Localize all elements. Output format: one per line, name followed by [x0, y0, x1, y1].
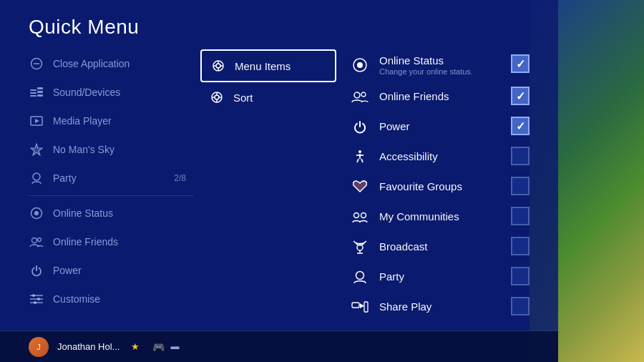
status-icons: 🎮 ▬ — [152, 341, 179, 353]
online-friends-icon — [29, 234, 44, 250]
right-item-online-friends[interactable]: Online Friends — [351, 81, 530, 111]
sidebar-item-customise[interactable]: Customise — [29, 285, 193, 313]
checkbox-broadcast[interactable] — [511, 237, 530, 255]
sidebar-item-media-player[interactable]: Media Player — [29, 107, 193, 135]
right-item-favourite-groups[interactable]: Favourite Groups — [351, 171, 530, 201]
sidebar-item-close-application[interactable]: Close Application — [29, 49, 193, 78]
checkbox-my-communities[interactable] — [511, 207, 530, 225]
right-share-play-icon — [351, 298, 369, 316]
right-item-share-play[interactable]: Share Play — [351, 291, 530, 321]
sidebar-item-label-media-player: Media Player — [53, 115, 193, 127]
controller-icon: 🎮 — [152, 341, 165, 353]
svg-rect-2 — [30, 89, 36, 91]
svg-rect-6 — [37, 91, 43, 93]
svg-point-13 — [34, 211, 39, 215]
svg-point-29 — [215, 95, 219, 99]
no-mans-sky-icon — [29, 142, 44, 157]
right-item-online-status[interactable]: Online StatusChange your online status. — [351, 49, 530, 81]
right-broadcast-icon — [351, 238, 369, 256]
sound-devices-icon — [29, 84, 44, 100]
svg-marker-47 — [360, 303, 364, 308]
right-column: Online StatusChange your online status.O… — [336, 49, 530, 331]
sidebar-item-label-no-mans-sky: No Man's Sky — [53, 144, 193, 155]
left-divider — [29, 195, 193, 196]
close-application-icon — [29, 56, 44, 72]
left-column: Close ApplicationSound/DevicesMedia Play… — [29, 49, 193, 331]
svg-point-20 — [37, 298, 40, 300]
battery-icon: ▬ — [170, 341, 179, 353]
svg-point-37 — [361, 92, 366, 97]
mid-item-sort[interactable]: Sort — [200, 82, 336, 112]
psn-star-icon: ★ — [131, 341, 140, 352]
svg-point-41 — [361, 213, 366, 218]
sidebar-item-badge-party: 2/8 — [174, 173, 193, 183]
right-online-friends-icon — [351, 87, 369, 106]
right-item-broadcast[interactable]: Broadcast — [351, 231, 530, 261]
svg-rect-4 — [30, 95, 36, 97]
sidebar-item-label-customise: Customise — [53, 293, 193, 305]
sidebar-item-power[interactable]: Power — [29, 256, 193, 285]
avatar-image: J — [29, 337, 49, 357]
svg-rect-46 — [352, 303, 359, 308]
svg-point-23 — [216, 64, 220, 68]
right-item-label-share-play: Share Play — [379, 300, 501, 313]
svg-point-36 — [354, 92, 360, 98]
checkbox-share-play[interactable] — [511, 297, 530, 315]
right-item-label-power: Power — [379, 120, 501, 132]
customise-icon — [29, 291, 44, 307]
quick-menu-container: Quick Menu Close ApplicationSound/Device… — [0, 0, 558, 362]
sidebar-item-online-friends[interactable]: Online Friends — [29, 228, 193, 256]
right-item-label-favourite-groups: Favourite Groups — [379, 180, 501, 192]
sidebar-item-sound-devices[interactable]: Sound/Devices — [29, 78, 193, 107]
right-item-accessibility[interactable]: Accessibility — [351, 141, 530, 171]
svg-rect-48 — [364, 302, 368, 312]
svg-point-11 — [33, 173, 40, 180]
content-area: Close ApplicationSound/DevicesMedia Play… — [0, 49, 558, 331]
right-item-power[interactable]: Power — [351, 111, 530, 141]
right-item-label-accessibility: Accessibility — [379, 150, 501, 162]
media-player-icon — [29, 113, 44, 129]
svg-marker-10 — [31, 144, 42, 155]
right-item-label-online-friends: Online Friends — [379, 90, 501, 102]
right-power-icon — [351, 117, 369, 136]
right-my-communities-icon — [351, 207, 369, 226]
mid-item-menu-items[interactable]: Menu Items — [200, 49, 336, 82]
sidebar-item-label-sound-devices: Sound/Devices — [53, 87, 193, 98]
sidebar-item-party[interactable]: Party2/8 — [29, 164, 193, 192]
right-favourite-groups-icon — [351, 177, 369, 196]
power-icon — [29, 263, 44, 278]
right-item-my-communities[interactable]: My Communities — [351, 201, 530, 231]
page-title: Quick Menu — [0, 0, 558, 49]
svg-point-35 — [357, 62, 363, 68]
svg-point-38 — [358, 150, 361, 153]
svg-point-45 — [356, 272, 364, 280]
checkbox-online-status[interactable] — [511, 54, 530, 73]
mid-item-label-menu-items: Menu Items — [235, 60, 291, 72]
right-item-label-online-status: Online Status — [379, 54, 501, 67]
svg-point-19 — [32, 294, 35, 297]
menu-items-mid-icon — [210, 58, 226, 74]
sidebar-item-label-close-application: Close Application — [53, 58, 193, 69]
sidebar-item-label-online-friends: Online Friends — [53, 236, 193, 248]
right-party-icon — [351, 268, 369, 286]
party-icon — [29, 170, 44, 186]
svg-point-21 — [34, 301, 36, 304]
right-item-label-my-communities: My Communities — [379, 210, 501, 222]
sidebar-item-no-mans-sky[interactable]: No Man's Sky — [29, 135, 193, 164]
checkbox-online-friends[interactable] — [511, 87, 530, 105]
svg-rect-7 — [37, 94, 43, 97]
checkbox-accessibility[interactable] — [511, 147, 530, 165]
checkbox-party[interactable] — [511, 267, 530, 285]
sidebar-item-label-power: Power — [53, 265, 193, 276]
checkbox-power[interactable] — [511, 117, 530, 135]
right-item-party[interactable]: Party — [351, 261, 530, 291]
sidebar-item-online-status[interactable]: Online Status — [29, 199, 193, 228]
checkbox-favourite-groups[interactable] — [511, 177, 530, 195]
bottom-bar: J Jonathan Hol... ★ 🎮 ▬ — [0, 331, 558, 362]
svg-rect-3 — [30, 92, 36, 94]
sidebar-item-label-party: Party — [53, 172, 165, 184]
right-item-label-broadcast: Broadcast — [379, 240, 501, 253]
svg-marker-9 — [35, 119, 39, 123]
svg-point-15 — [38, 238, 42, 242]
sort-mid-icon — [209, 89, 225, 105]
